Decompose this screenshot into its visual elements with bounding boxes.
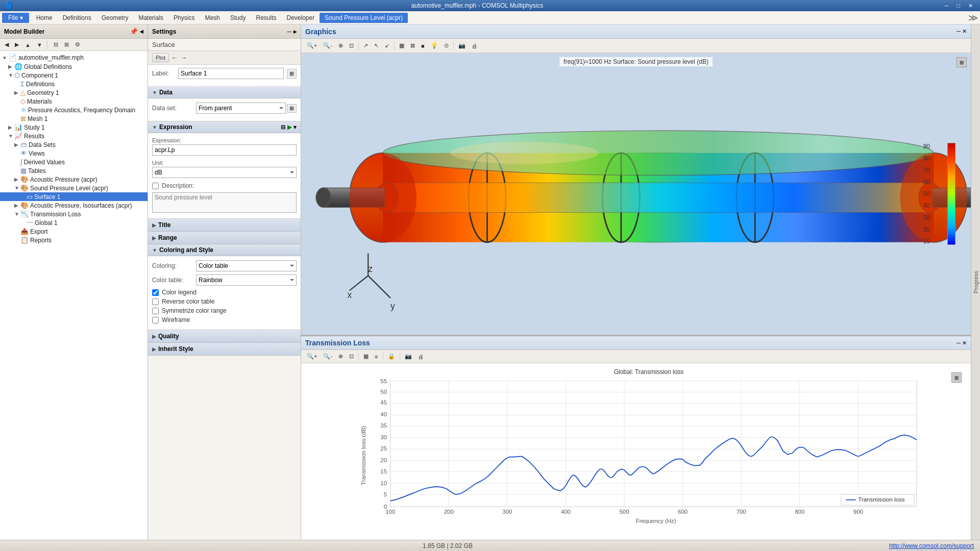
tree-root[interactable]: ▼ 📄 automotive_muffler.mph <box>0 53 148 62</box>
tree-study[interactable]: ▶ 📊 Study 1 <box>0 123 148 132</box>
file-menu[interactable]: File ▾ <box>2 13 29 23</box>
dataset-select[interactable]: From parent <box>196 103 286 114</box>
tree-derived[interactable]: ∫ Derived Values <box>0 158 148 166</box>
desc-checkbox[interactable] <box>152 183 159 189</box>
right-arrow-btn[interactable]: → <box>180 54 187 62</box>
tree-materials[interactable]: ◇ Materials <box>0 97 148 106</box>
tree-tables[interactable]: ▦ Tables <box>0 166 148 175</box>
progress-tab[interactable]: Progress <box>971 269 981 295</box>
t-zoom-fit[interactable]: ⊕ <box>336 351 346 362</box>
t-zoom-out[interactable]: 🔍- <box>321 351 335 362</box>
t-zoom-in[interactable]: 🔍+ <box>304 351 320 362</box>
collapse-icon[interactable]: ◂ <box>140 28 143 35</box>
tree-views[interactable]: 👁 Views <box>0 149 148 158</box>
menu-developer[interactable]: Developer <box>281 13 320 23</box>
plot-button[interactable]: Plot <box>152 53 169 62</box>
menu-geometry[interactable]: Geometry <box>96 13 134 23</box>
trans-scroll-indicator[interactable]: ⊞ <box>951 372 962 383</box>
expand-icon[interactable]: ≫ <box>968 12 978 23</box>
select-btn[interactable]: ⊡ <box>347 40 356 52</box>
forward-btn[interactable]: ▶ <box>12 39 21 51</box>
view2-btn[interactable]: ↖ <box>372 40 381 52</box>
settings-collapse[interactable]: ▸ <box>293 28 297 35</box>
maximize-btn[interactable]: □ <box>953 3 963 9</box>
ortho-btn[interactable]: ⊙ <box>442 40 451 52</box>
t-lock[interactable]: 🔒 <box>385 351 398 362</box>
trans-controls[interactable]: ─ ✕ <box>957 340 967 346</box>
dataset-icon-btn[interactable]: ⊞ <box>287 104 297 113</box>
quality-section[interactable]: ▶ Quality <box>148 330 301 343</box>
tree-isosurfaces[interactable]: ▶ 🎨 Acoustic Pressure, Isosurfaces (acpr… <box>0 201 148 210</box>
tree-physics[interactable]: ⚛ Pressure Acoustics, Frequency Domain <box>0 106 148 114</box>
view1-btn[interactable]: ↗ <box>361 40 371 52</box>
t-screenshot[interactable]: 📷 <box>402 351 414 362</box>
close-btn[interactable]: ✕ <box>965 3 976 9</box>
tree-definitions[interactable]: Σ Definitions <box>0 80 148 88</box>
t-print[interactable]: 🖨 <box>415 351 426 362</box>
view3-btn[interactable]: ↙ <box>382 40 392 52</box>
desc-textarea[interactable] <box>152 192 297 213</box>
menu-spl[interactable]: Sound Pressure Level (acpr) <box>320 13 408 23</box>
t-select[interactable]: ⊡ <box>347 351 356 362</box>
wireframe-view-btn[interactable]: ⊠ <box>408 40 418 52</box>
left-arrow-btn[interactable]: ← <box>171 54 178 62</box>
t-bar-chart[interactable]: ▦ <box>361 351 371 362</box>
t-list[interactable]: ≡ <box>372 351 380 362</box>
settings-pin[interactable]: ─ <box>287 28 291 35</box>
tree-datasets[interactable]: ▶ 🗃 Data Sets <box>0 140 148 149</box>
tree-component1[interactable]: ▼ ⬡ Component 1 <box>0 71 148 80</box>
menu-results[interactable]: Results <box>251 13 281 23</box>
menu-home[interactable]: Home <box>31 13 58 23</box>
zoom-fit-btn[interactable]: ⊕ <box>336 40 346 52</box>
tree-mesh[interactable]: ⊠ Mesh 1 <box>0 114 148 123</box>
light-btn[interactable]: 💡 <box>428 40 440 52</box>
title-section[interactable]: ▶ Title <box>148 219 301 232</box>
tree-reports[interactable]: 📋 Reports <box>0 236 148 244</box>
expr-toolbar-btn2[interactable]: ▶ <box>287 124 291 131</box>
label-input[interactable] <box>178 68 284 79</box>
menu-definitions[interactable]: Definitions <box>58 13 96 23</box>
expression-input[interactable] <box>152 144 297 156</box>
tree-surface1[interactable]: ▭ Surface 1 <box>0 192 148 201</box>
up-btn[interactable]: ▲ <box>22 39 33 51</box>
color-table-select[interactable]: Rainbow <box>196 274 297 286</box>
expr-toolbar-btn1[interactable]: ⊟ <box>281 124 285 131</box>
unit-select[interactable]: dB <box>152 167 297 178</box>
print-btn[interactable]: 🖨 <box>469 40 480 52</box>
expression-section-header[interactable]: ▼ Expression ⊟ ▶ ▾ <box>148 121 301 133</box>
graphics-scroll-indicator[interactable]: ⊞ <box>957 57 967 67</box>
tree-spl[interactable]: ▼ 🎨 Sound Pressure Level (acpr) <box>0 184 148 192</box>
menu-mesh[interactable]: Mesh <box>200 13 225 23</box>
color-legend-checkbox[interactable] <box>152 289 159 296</box>
grid-btn[interactable]: ▦ <box>397 40 407 52</box>
split-h-btn[interactable]: ⊟ <box>51 39 61 51</box>
expr-toolbar-btn3[interactable]: ▾ <box>293 124 297 131</box>
reverse-color-checkbox[interactable] <box>152 298 159 305</box>
graphics-pin[interactable]: ─ ✕ <box>957 28 967 35</box>
data-section-header[interactable]: ▼ Data <box>148 87 301 98</box>
symmetrize-checkbox[interactable] <box>152 308 159 314</box>
menu-physics[interactable]: Physics <box>168 13 200 23</box>
tree-geometry[interactable]: ▶ △ Geometry 1 <box>0 88 148 97</box>
minimize-btn[interactable]: ─ <box>942 3 952 9</box>
coloring-section-header[interactable]: ▼ Coloring and Style <box>148 244 301 256</box>
inherit-section[interactable]: ▶ Inherit Style <box>148 343 301 356</box>
settings-btn[interactable]: ⚙ <box>72 39 83 51</box>
range-section[interactable]: ▶ Range <box>148 232 301 244</box>
solid-btn[interactable]: ■ <box>419 40 427 52</box>
tree-global-def[interactable]: ▶ 🌐 Global Definitions <box>0 62 148 71</box>
back-btn[interactable]: ◀ <box>2 39 11 51</box>
split-v-btn[interactable]: ⊞ <box>62 39 71 51</box>
wireframe-checkbox[interactable] <box>152 317 159 323</box>
coloring-select[interactable]: Color table <box>196 260 297 271</box>
zoom-in-btn[interactable]: 🔍+ <box>304 40 320 52</box>
menu-materials[interactable]: Materials <box>133 13 168 23</box>
pin-icon[interactable]: 📌 <box>130 28 138 35</box>
label-icon-btn[interactable]: ⊞ <box>287 69 297 79</box>
screenshot-btn[interactable]: 📷 <box>456 40 468 52</box>
tree-global1[interactable]: 〰 Global 1 <box>0 218 148 227</box>
zoom-out-btn[interactable]: 🔍- <box>321 40 335 52</box>
tree-transmission[interactable]: ▼ 📉 Transmission Loss <box>0 210 148 218</box>
tree-export[interactable]: 📤 Export <box>0 227 148 236</box>
down-btn[interactable]: ▼ <box>34 39 45 51</box>
